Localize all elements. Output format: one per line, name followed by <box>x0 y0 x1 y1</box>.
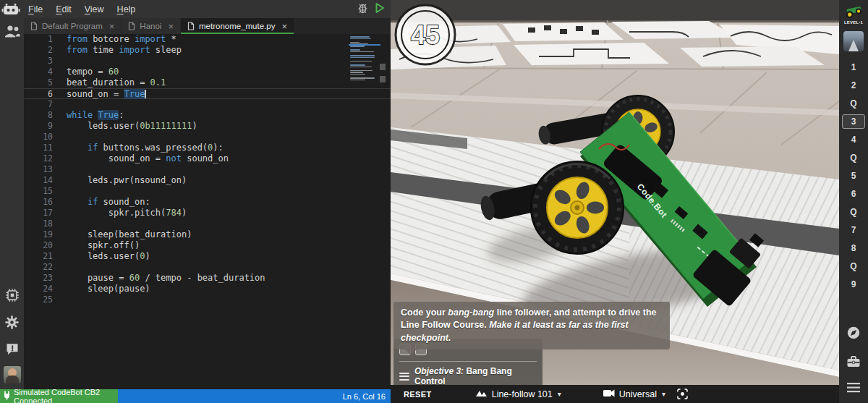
menu-view[interactable]: View <box>78 4 111 14</box>
tab-hanoi[interactable]: Hanoi× <box>122 18 180 34</box>
menu-edit[interactable]: Edit <box>49 4 78 14</box>
mission-image-thumbnail[interactable] <box>843 31 864 51</box>
tab-metronome-mute-py[interactable]: metronome_mute.py× <box>181 18 294 34</box>
codebot-logo-icon <box>0 3 22 16</box>
code-line: 25 <box>24 294 391 305</box>
line-number: 1 <box>24 34 60 45</box>
code-line: 12 sound_on = not sound_on <box>24 153 391 164</box>
mission-item-4[interactable]: 4 <box>842 132 865 147</box>
objective-label: Objective 3: Bang Bang Control <box>414 366 537 386</box>
objective-tooltip: Code your bang-bang line follower, and a… <box>393 302 670 349</box>
code-line: 17 spkr.pitch(784) <box>24 208 391 219</box>
mission-item-3[interactable]: 3 <box>842 114 865 129</box>
menu-help[interactable]: Help <box>111 4 142 14</box>
level-label: LEVEL-1 <box>844 20 863 25</box>
code-line: 22 <box>24 262 391 273</box>
toolbox-icon[interactable] <box>846 355 861 371</box>
code-line: 9 leds.user(0b11111111) <box>24 121 391 132</box>
line-number: 4 <box>24 67 60 77</box>
mission-item-q[interactable]: Q <box>842 96 865 111</box>
status-bar: Simulated CodeBot CB2 Connected Ln 6, Co… <box>0 389 391 403</box>
videocam-icon <box>603 389 615 399</box>
code-line: 21 leds.user(0) <box>24 251 391 262</box>
scrollbar-indicator[interactable] <box>380 64 386 70</box>
line-number: 17 <box>24 208 60 219</box>
line-number: 14 <box>24 175 60 186</box>
cursor-position: Ln 6, Col 16 <box>118 389 391 403</box>
line-number: 6 <box>24 89 60 98</box>
minimap[interactable] <box>350 36 376 83</box>
run-icon[interactable] <box>375 2 385 17</box>
line-number: 10 <box>24 132 60 143</box>
scene-selector[interactable]: Line-follow 101 ▾ <box>475 389 561 399</box>
close-icon[interactable]: × <box>168 22 174 31</box>
checkpoint-number: 45 <box>411 20 440 50</box>
menu-bar: FileEditViewHelp <box>0 0 391 18</box>
objective-menu-icon[interactable] <box>399 370 409 382</box>
code-line: 10 <box>24 132 391 143</box>
code-line: 15 <box>24 186 391 197</box>
line-number: 19 <box>24 229 60 240</box>
tab-default-program[interactable]: Default Program× <box>24 18 121 34</box>
code-line: 8while True: <box>24 110 391 121</box>
line-number: 11 <box>24 143 60 153</box>
feedback-icon[interactable] <box>5 342 20 356</box>
code-line: 14 leds.pwr(nsound_on) <box>24 175 391 186</box>
mission-item-6[interactable]: 6 <box>842 187 865 201</box>
line-number: 3 <box>24 56 60 67</box>
line-number: 12 <box>24 153 60 164</box>
avatar[interactable] <box>4 366 21 383</box>
gear-icon[interactable] <box>4 315 20 330</box>
file-icon <box>187 22 195 30</box>
mission-item-2[interactable]: 2 <box>842 78 865 93</box>
line-number: 22 <box>24 262 60 273</box>
people-icon[interactable] <box>4 24 21 38</box>
code-line: 2from time import sleep <box>24 45 391 56</box>
mission-item-q[interactable]: Q <box>842 150 865 165</box>
camera-selector[interactable]: Universal ▾ <box>603 389 665 399</box>
sim-toolbar: RESET Line-follow 101 ▾ Universal <box>391 385 839 403</box>
mission-item-q[interactable]: Q <box>842 259 865 273</box>
code-line: 20 spkr.off() <box>24 240 391 251</box>
code-line: 4tempo = 60 <box>24 67 391 77</box>
left-rail <box>0 18 24 389</box>
line-number: 5 <box>24 77 60 88</box>
code-line: 5beat_duration = 0.1 <box>24 77 391 88</box>
reset-button[interactable]: RESET <box>404 390 432 399</box>
menu-file[interactable]: File <box>22 4 49 14</box>
chip-icon[interactable] <box>4 287 20 303</box>
mission-item-7[interactable]: 7 <box>842 223 865 237</box>
code-line: 6sound_on = True <box>24 88 391 99</box>
code-line: 11 if buttons.was_pressed(0): <box>24 143 391 153</box>
line-number: 16 <box>24 197 60 208</box>
tab-label: Default Program <box>42 22 103 30</box>
code-editor[interactable]: 1from botcore import *2from time import … <box>24 34 391 389</box>
code-line: 13 <box>24 164 391 175</box>
line-number: 24 <box>24 284 60 294</box>
menu-list: FileEditViewHelp <box>22 4 142 14</box>
line-number: 8 <box>24 110 60 121</box>
focus-view-icon[interactable] <box>677 389 688 399</box>
simulation-view[interactable]: Code.Bot <box>391 0 839 403</box>
mission-item-1[interactable]: 1 <box>842 60 865 75</box>
mission-item-5[interactable]: 5 <box>842 169 865 183</box>
scrollbar-indicator[interactable] <box>380 76 386 82</box>
mission-item-q[interactable]: Q <box>842 205 865 219</box>
close-icon[interactable]: × <box>281 22 287 31</box>
tab-label: Hanoi <box>140 22 161 30</box>
level-thumbnail[interactable]: LEVEL-1 <box>842 2 865 25</box>
line-number: 21 <box>24 251 60 262</box>
mission-list: 12Q34Q56Q78Q9 <box>842 60 865 295</box>
code-line: 1from botcore import * <box>24 34 391 45</box>
compass-icon[interactable] <box>846 326 861 343</box>
line-number: 20 <box>24 240 60 251</box>
code-line: 18 <box>24 219 391 229</box>
debug-icon[interactable] <box>357 2 368 17</box>
connection-status: Simulated CodeBot CB2 Connected <box>0 389 118 403</box>
terrain-icon <box>475 389 488 399</box>
mission-item-9[interactable]: 9 <box>842 277 865 292</box>
code-line: 19 sleep(beat_duration) <box>24 229 391 240</box>
close-icon[interactable]: × <box>109 22 115 31</box>
sidebar-menu-icon[interactable] <box>847 383 860 396</box>
mission-item-8[interactable]: 8 <box>842 241 865 255</box>
